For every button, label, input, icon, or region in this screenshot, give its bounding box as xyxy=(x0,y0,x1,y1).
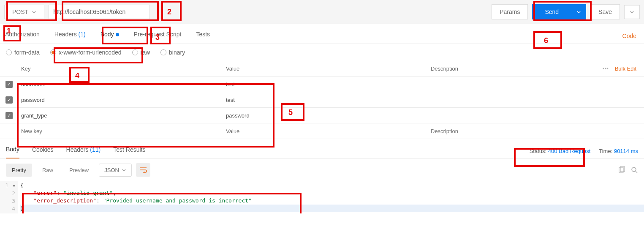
status-value: 400 Bad Request xyxy=(548,148,590,154)
format-label: JSON xyxy=(104,167,119,173)
tab-authorization[interactable]: Authorization xyxy=(5,28,40,44)
radio-binary[interactable]: binary xyxy=(160,49,185,56)
table-row: ✓ xyxy=(0,92,644,108)
radio-urlencoded-label: x-www-form-urlencoded xyxy=(59,49,122,56)
body-dirty-dot-icon xyxy=(116,33,119,36)
save-button[interactable]: Save xyxy=(590,4,620,19)
raw-button[interactable]: Raw xyxy=(36,164,59,177)
resp-tab-headers[interactable]: Headers (11) xyxy=(66,144,101,158)
radio-binary-label: binary xyxy=(169,49,185,56)
resp-tab-tests[interactable]: Test Results xyxy=(113,144,145,158)
request-toolbar: POST Params Send Save xyxy=(0,0,644,24)
value-input[interactable] xyxy=(226,128,427,134)
params-button[interactable]: Params xyxy=(492,4,528,19)
tab-headers-label: Headers xyxy=(54,31,77,38)
save-dropdown[interactable] xyxy=(624,5,640,19)
table-row-new xyxy=(0,123,644,139)
more-icon[interactable]: ••• xyxy=(603,66,615,72)
response-body: 1 ▼234 { "error": "invalid_grant", "erro… xyxy=(0,181,644,213)
value-input[interactable] xyxy=(226,97,427,103)
chevron-down-icon xyxy=(576,10,581,14)
wrap-lines-button[interactable] xyxy=(136,163,150,177)
radio-formdata[interactable]: form-data xyxy=(6,49,40,56)
radio-urlencoded[interactable]: x-www-form-urlencoded xyxy=(50,49,122,56)
table-row: ✓ xyxy=(0,108,644,123)
line-gutter: 1 ▼234 xyxy=(0,181,18,213)
resp-headers-label: Headers xyxy=(66,146,89,153)
json-key: "error_description" xyxy=(33,197,96,204)
time-label: Time: xyxy=(599,148,612,154)
svg-point-2 xyxy=(632,167,636,172)
json-value: "invalid_grant" xyxy=(63,190,113,196)
header-key: Key xyxy=(18,66,223,72)
value-input[interactable] xyxy=(226,112,427,119)
tab-headers[interactable]: Headers (1) xyxy=(54,28,86,44)
preview-button[interactable]: Preview xyxy=(63,164,95,177)
row-checkbox[interactable]: ✓ xyxy=(5,112,13,119)
resp-headers-count: (11) xyxy=(90,146,101,153)
copy-icon[interactable] xyxy=(618,166,625,174)
header-value: Value xyxy=(223,66,427,72)
send-dropdown[interactable] xyxy=(571,4,586,19)
pretty-button[interactable]: Pretty xyxy=(6,164,32,177)
http-method-dropdown[interactable]: POST xyxy=(4,5,44,19)
bulk-edit-link[interactable]: Bulk Edit xyxy=(615,66,636,72)
response-tabs: Body Cookies Headers (11) Test Results S… xyxy=(0,139,644,159)
wrap-icon xyxy=(139,167,147,173)
headers-count: (1) xyxy=(79,31,86,38)
body-type-radios: form-data x-www-form-urlencoded raw bina… xyxy=(0,44,644,61)
time-value: 90114 ms xyxy=(614,148,638,154)
send-button[interactable]: Send xyxy=(532,4,571,19)
radio-icon xyxy=(50,49,56,55)
row-checkbox[interactable]: ✓ xyxy=(5,81,13,88)
radio-icon xyxy=(160,49,166,55)
value-input[interactable] xyxy=(226,81,427,87)
radio-icon xyxy=(6,49,12,55)
header-desc: Description xyxy=(427,66,593,72)
params-table-header: Key Value Description •••Bulk Edit xyxy=(0,61,644,77)
radio-raw-label: raw xyxy=(141,49,150,56)
svg-line-3 xyxy=(636,171,637,173)
chevron-down-icon xyxy=(630,10,634,14)
http-method-label: POST xyxy=(12,8,28,15)
row-checkbox[interactable]: ✓ xyxy=(5,96,13,104)
response-toolbar: Pretty Raw Preview JSON xyxy=(0,159,644,181)
format-dropdown[interactable]: JSON xyxy=(99,164,132,177)
status-label: Status: xyxy=(530,148,546,154)
key-input[interactable] xyxy=(21,128,223,134)
tab-prerequest[interactable]: Pre-request Script xyxy=(134,28,182,44)
resp-tab-body[interactable]: Body xyxy=(6,143,19,158)
key-input[interactable] xyxy=(21,97,223,103)
tab-tests[interactable]: Tests xyxy=(196,28,210,44)
request-tabs: Authorization Headers (1) Body Pre-reque… xyxy=(0,24,644,44)
key-input[interactable] xyxy=(21,112,223,119)
json-key: "error" xyxy=(33,190,57,196)
code-link[interactable]: Code xyxy=(622,33,636,39)
chevron-down-icon xyxy=(122,168,126,172)
radio-raw[interactable]: raw xyxy=(132,49,150,56)
tab-body-label: Body xyxy=(101,31,114,38)
response-code[interactable]: { "error": "invalid_grant", "error_descr… xyxy=(18,181,644,213)
desc-input[interactable] xyxy=(431,128,593,134)
tab-body[interactable]: Body xyxy=(101,28,119,44)
radio-formdata-label: form-data xyxy=(14,49,40,56)
table-row: ✓ xyxy=(0,77,644,92)
radio-icon xyxy=(132,49,138,55)
url-input[interactable] xyxy=(49,5,150,19)
search-icon[interactable] xyxy=(630,166,638,174)
json-value: "Provided username and password is incor… xyxy=(103,197,252,204)
chevron-down-icon xyxy=(32,10,36,14)
resp-tab-cookies[interactable]: Cookies xyxy=(32,144,54,158)
key-input[interactable] xyxy=(21,81,223,87)
